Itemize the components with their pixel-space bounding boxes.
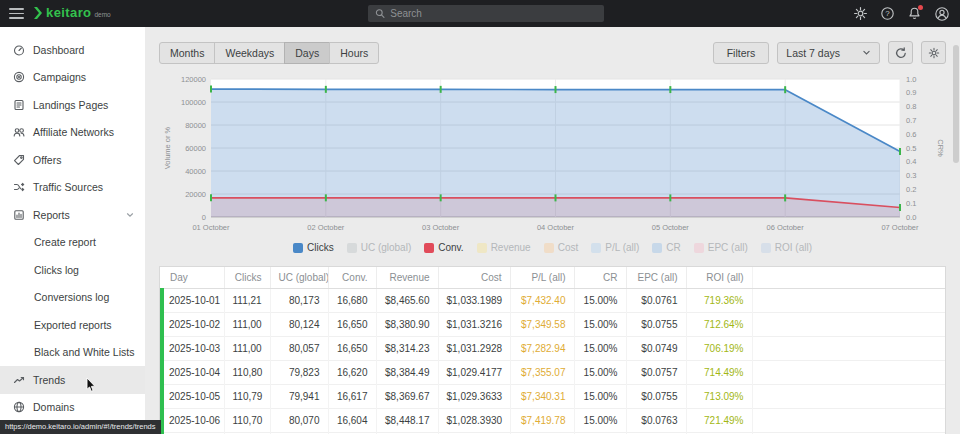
tab-months[interactable]: Months: [159, 42, 215, 64]
table-row[interactable]: 2025-10-03111,0080,05716,650$8,314.23$1,…: [162, 337, 945, 361]
col-header-epc-all[interactable]: EPC (all): [626, 267, 686, 289]
table-row[interactable]: 2025-10-04110,8079,82316,620$8,384.49$1,…: [162, 361, 945, 385]
refresh-button[interactable]: [888, 41, 913, 64]
table-row[interactable]: 2025-10-01111,2180,17316,680$8,465.60$1,…: [162, 289, 945, 313]
sidebar-item-label: Black and White Lists: [34, 346, 134, 358]
svg-text:0.0: 0.0: [906, 213, 916, 222]
sidebar-item-domains[interactable]: Domains: [0, 394, 145, 422]
sidebar-item-create-report[interactable]: Create report: [0, 229, 145, 257]
affiliate-icon: [13, 126, 25, 138]
svg-text:0.1: 0.1: [906, 199, 916, 208]
vertical-scrollbar[interactable]: [951, 27, 960, 434]
app-root: keitaro demo ? DashboardCampaignsLanding…: [0, 0, 960, 434]
sidebar-item-trends[interactable]: Trends: [0, 366, 145, 394]
col-header-revenue[interactable]: Revenue: [376, 267, 438, 289]
filters-button[interactable]: Filters: [713, 42, 770, 64]
cell-clicks: 110,70: [224, 409, 270, 433]
date-range-value: Last 7 days: [786, 47, 840, 59]
date-range-select[interactable]: Last 7 days: [777, 42, 880, 64]
trends-icon: [13, 374, 25, 386]
cell-revenue: $8,384.49: [376, 361, 438, 385]
legend-label: Revenue: [491, 242, 531, 253]
cell-conv: 16,617: [328, 385, 376, 409]
trends-chart: 02000040000600008000010000012000001 Octo…: [159, 71, 946, 237]
table-row[interactable]: 2025-10-02111,0080,12416,650$8,380.90$1,…: [162, 313, 945, 337]
scrollbar-thumb[interactable]: [953, 45, 959, 163]
sidebar-item-label: Campaigns: [33, 71, 86, 83]
sidebar-item-campaigns[interactable]: Campaigns: [0, 64, 145, 92]
campaigns-icon: [13, 71, 25, 83]
col-header-cr[interactable]: CR: [574, 267, 626, 289]
sidebar-item-traffic-sources[interactable]: Traffic Sources: [0, 174, 145, 202]
cell-uc-global: 79,941: [270, 385, 328, 409]
sidebar-item-label: Reports: [33, 209, 70, 221]
legend-epc-all[interactable]: EPC (all): [694, 242, 748, 253]
legend-label: Conv.: [438, 242, 463, 253]
col-header-conv[interactable]: Conv.: [328, 267, 376, 289]
sidebar-item-reports[interactable]: Reports: [0, 201, 145, 229]
sidebar-item-clicks-log[interactable]: Clicks log: [0, 256, 145, 284]
sidebar-item-landings-pages[interactable]: Landings Pages: [0, 91, 145, 119]
landings-icon: [13, 99, 25, 111]
search-input[interactable]: [390, 8, 597, 19]
settings-gear-icon[interactable]: [853, 6, 868, 21]
cell-cr: 15.00%: [574, 409, 626, 433]
col-header-cost[interactable]: Cost: [438, 267, 510, 289]
notifications-bell-icon[interactable]: [907, 6, 922, 21]
cell-clicks: 110,80: [224, 361, 270, 385]
status-url-tooltip: https://demo.keitaro.io/admin/#!/trends/…: [0, 420, 161, 434]
interval-tabs: MonthsWeekdaysDaysHours: [159, 42, 379, 64]
chart-settings-button[interactable]: [921, 41, 946, 64]
sidebar-item-exported-reports[interactable]: Exported reports: [0, 311, 145, 339]
user-avatar[interactable]: [934, 6, 950, 22]
cell-uc-global: 80,070: [270, 409, 328, 433]
trends-toolbar: MonthsWeekdaysDaysHours Filters Last 7 d…: [145, 27, 960, 69]
col-header-uc-global[interactable]: UC (global): [270, 267, 328, 289]
legend-revenue[interactable]: Revenue: [477, 242, 531, 253]
legend-roi-all[interactable]: ROI (all): [761, 242, 812, 253]
sidebar-item-affiliate-networks[interactable]: Affiliate Networks: [0, 119, 145, 147]
trends-chart-svg: 02000040000600008000010000012000001 Octo…: [159, 71, 946, 237]
cell-clicks: 111,21: [224, 289, 270, 313]
legend-uc-global[interactable]: UC (global): [347, 242, 412, 253]
cell-roi-all: 713.09%: [686, 385, 752, 409]
col-header-clicks[interactable]: Clicks: [224, 267, 270, 289]
reports-icon: [13, 209, 25, 221]
tab-days[interactable]: Days: [284, 42, 330, 64]
help-icon[interactable]: ?: [880, 6, 895, 21]
sidebar-item-label: Dashboard: [33, 44, 84, 56]
legend-cost[interactable]: Cost: [544, 242, 579, 253]
cell-filler: [752, 409, 945, 433]
menu-icon[interactable]: [9, 8, 24, 19]
cell-day: 2025-10-01: [162, 289, 224, 313]
sidebar-item-offers[interactable]: Offers: [0, 146, 145, 174]
search-box[interactable]: [368, 5, 604, 22]
cell-filler: [752, 313, 945, 337]
tab-hours[interactable]: Hours: [329, 42, 379, 64]
svg-text:01 October: 01 October: [192, 223, 230, 232]
col-header-day[interactable]: Day: [162, 267, 224, 289]
legend-clicks[interactable]: Clicks: [293, 242, 334, 253]
svg-text:04 October: 04 October: [537, 223, 575, 232]
sidebar-item-conversions-log[interactable]: Conversions log: [0, 284, 145, 312]
table-row[interactable]: 2025-10-05110,7979,94116,617$8,369.67$1,…: [162, 385, 945, 409]
col-header-roi-all[interactable]: ROI (all): [686, 267, 752, 289]
chevron-down-icon: [862, 48, 871, 57]
legend-cr[interactable]: CR: [652, 242, 680, 253]
keitaro-logo[interactable]: keitaro demo: [33, 5, 111, 20]
table-row[interactable]: 2025-10-06110,7080,07016,604$8,448.17$1,…: [162, 409, 945, 433]
tab-weekdays[interactable]: Weekdays: [214, 42, 285, 64]
legend-p-l-all[interactable]: P/L (all): [591, 242, 639, 253]
sidebar-item-label: Traffic Sources: [33, 181, 103, 193]
svg-text:07 October: 07 October: [881, 223, 919, 232]
col-header-p-l-all[interactable]: P/L (all): [510, 267, 574, 289]
cell-cr: 15.00%: [574, 313, 626, 337]
cell-p-l-all: $7,282.94: [510, 337, 574, 361]
svg-text:0.2: 0.2: [906, 185, 916, 194]
svg-text:120000: 120000: [181, 75, 206, 84]
sidebar-item-black-and-white-lists[interactable]: Black and White Lists: [0, 339, 145, 367]
sidebar-item-dashboard[interactable]: Dashboard: [0, 36, 145, 64]
notification-badge: [918, 5, 923, 10]
legend-conv[interactable]: Conv.: [424, 242, 463, 253]
logo-text: keitaro: [46, 5, 91, 20]
